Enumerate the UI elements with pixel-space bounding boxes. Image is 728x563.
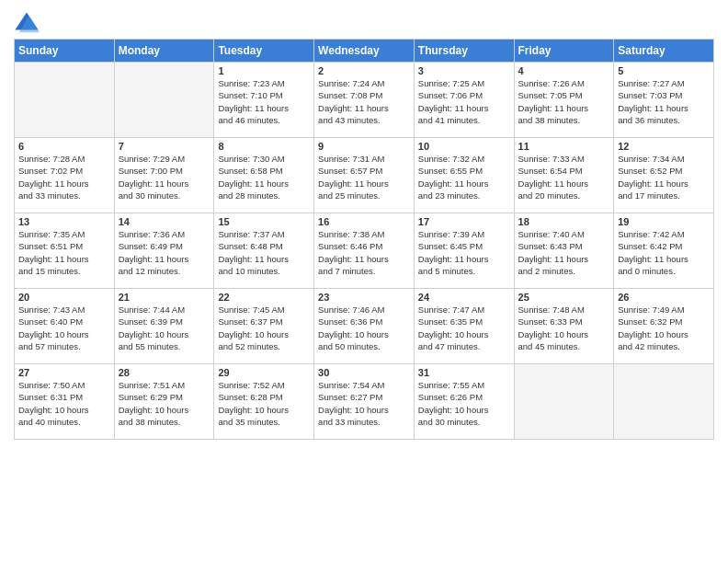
calendar-cell: 17Sunrise: 7:39 AM Sunset: 6:45 PM Dayli… bbox=[414, 213, 514, 289]
calendar-cell: 14Sunrise: 7:36 AM Sunset: 6:49 PM Dayli… bbox=[114, 213, 214, 289]
day-header-friday: Friday bbox=[514, 40, 614, 63]
day-number: 18 bbox=[518, 216, 610, 227]
calendar-cell: 21Sunrise: 7:44 AM Sunset: 6:39 PM Dayli… bbox=[114, 289, 214, 364]
week-row-3: 13Sunrise: 7:35 AM Sunset: 6:51 PM Dayli… bbox=[15, 213, 714, 289]
day-number: 29 bbox=[218, 367, 310, 378]
calendar-cell: 20Sunrise: 7:43 AM Sunset: 6:40 PM Dayli… bbox=[15, 289, 115, 364]
week-row-5: 27Sunrise: 7:50 AM Sunset: 6:31 PM Dayli… bbox=[15, 364, 714, 440]
cell-details: Sunrise: 7:52 AM Sunset: 6:28 PM Dayligh… bbox=[218, 379, 310, 428]
day-number: 21 bbox=[119, 292, 210, 303]
calendar-cell: 24Sunrise: 7:47 AM Sunset: 6:35 PM Dayli… bbox=[414, 289, 514, 364]
cell-details: Sunrise: 7:43 AM Sunset: 6:40 PM Dayligh… bbox=[18, 304, 110, 352]
day-number: 28 bbox=[119, 367, 210, 378]
cell-details: Sunrise: 7:55 AM Sunset: 6:26 PM Dayligh… bbox=[418, 379, 510, 428]
day-number: 11 bbox=[518, 141, 610, 152]
calendar-cell: 16Sunrise: 7:38 AM Sunset: 6:46 PM Dayli… bbox=[314, 213, 415, 289]
cell-details: Sunrise: 7:33 AM Sunset: 6:54 PM Dayligh… bbox=[518, 153, 610, 201]
calendar-cell: 4Sunrise: 7:26 AM Sunset: 7:05 PM Daylig… bbox=[514, 63, 614, 138]
week-row-4: 20Sunrise: 7:43 AM Sunset: 6:40 PM Dayli… bbox=[15, 289, 714, 364]
day-header-sunday: Sunday bbox=[15, 40, 115, 63]
calendar-cell: 23Sunrise: 7:46 AM Sunset: 6:36 PM Dayli… bbox=[314, 289, 415, 364]
day-number: 1 bbox=[218, 65, 310, 76]
calendar-cell: 19Sunrise: 7:42 AM Sunset: 6:42 PM Dayli… bbox=[614, 213, 714, 289]
cell-details: Sunrise: 7:24 AM Sunset: 7:08 PM Dayligh… bbox=[318, 77, 410, 126]
calendar-cell: 30Sunrise: 7:54 AM Sunset: 6:27 PM Dayli… bbox=[314, 364, 415, 440]
header-row bbox=[14, 9, 714, 35]
cell-details: Sunrise: 7:34 AM Sunset: 6:52 PM Dayligh… bbox=[618, 153, 710, 201]
day-number: 25 bbox=[518, 292, 610, 303]
day-number: 26 bbox=[618, 292, 710, 303]
day-header-tuesday: Tuesday bbox=[214, 40, 314, 63]
cell-details: Sunrise: 7:25 AM Sunset: 7:06 PM Dayligh… bbox=[418, 77, 510, 126]
calendar-cell: 3Sunrise: 7:25 AM Sunset: 7:06 PM Daylig… bbox=[414, 63, 514, 138]
calendar-cell bbox=[114, 63, 214, 138]
calendar-cell: 25Sunrise: 7:48 AM Sunset: 6:33 PM Dayli… bbox=[514, 289, 614, 364]
cell-details: Sunrise: 7:28 AM Sunset: 7:02 PM Dayligh… bbox=[18, 153, 110, 201]
cell-details: Sunrise: 7:45 AM Sunset: 6:37 PM Dayligh… bbox=[218, 304, 310, 352]
cell-details: Sunrise: 7:42 AM Sunset: 6:42 PM Dayligh… bbox=[618, 228, 710, 277]
cell-details: Sunrise: 7:35 AM Sunset: 6:51 PM Dayligh… bbox=[18, 228, 110, 277]
cell-details: Sunrise: 7:51 AM Sunset: 6:29 PM Dayligh… bbox=[119, 379, 210, 428]
calendar-cell bbox=[15, 63, 115, 138]
day-number: 22 bbox=[218, 292, 310, 303]
day-number: 16 bbox=[318, 216, 410, 227]
cell-details: Sunrise: 7:40 AM Sunset: 6:43 PM Dayligh… bbox=[518, 228, 610, 277]
calendar-cell: 29Sunrise: 7:52 AM Sunset: 6:28 PM Dayli… bbox=[214, 364, 314, 440]
cell-details: Sunrise: 7:47 AM Sunset: 6:35 PM Dayligh… bbox=[418, 304, 510, 352]
calendar-cell: 26Sunrise: 7:49 AM Sunset: 6:32 PM Dayli… bbox=[614, 289, 714, 364]
day-header-monday: Monday bbox=[114, 40, 214, 63]
day-number: 7 bbox=[119, 141, 210, 152]
week-row-2: 6Sunrise: 7:28 AM Sunset: 7:02 PM Daylig… bbox=[15, 138, 714, 213]
cell-details: Sunrise: 7:48 AM Sunset: 6:33 PM Dayligh… bbox=[518, 304, 610, 352]
cell-details: Sunrise: 7:50 AM Sunset: 6:31 PM Dayligh… bbox=[18, 379, 110, 428]
day-header-saturday: Saturday bbox=[614, 40, 714, 63]
day-number: 30 bbox=[318, 367, 410, 378]
cell-details: Sunrise: 7:30 AM Sunset: 6:58 PM Dayligh… bbox=[218, 153, 310, 201]
logo-icon bbox=[14, 9, 40, 35]
cell-details: Sunrise: 7:26 AM Sunset: 7:05 PM Dayligh… bbox=[518, 77, 610, 126]
day-number: 10 bbox=[418, 141, 510, 152]
cell-details: Sunrise: 7:38 AM Sunset: 6:46 PM Dayligh… bbox=[318, 228, 410, 277]
day-number: 3 bbox=[418, 65, 510, 76]
calendar-cell: 13Sunrise: 7:35 AM Sunset: 6:51 PM Dayli… bbox=[15, 213, 115, 289]
day-header-thursday: Thursday bbox=[414, 40, 514, 63]
day-number: 5 bbox=[618, 65, 710, 76]
cell-details: Sunrise: 7:54 AM Sunset: 6:27 PM Dayligh… bbox=[318, 379, 410, 428]
cell-details: Sunrise: 7:27 AM Sunset: 7:03 PM Dayligh… bbox=[618, 77, 710, 126]
calendar-cell: 31Sunrise: 7:55 AM Sunset: 6:26 PM Dayli… bbox=[414, 364, 514, 440]
day-number: 8 bbox=[218, 141, 310, 152]
day-number: 4 bbox=[518, 65, 610, 76]
calendar-cell: 5Sunrise: 7:27 AM Sunset: 7:03 PM Daylig… bbox=[614, 63, 714, 138]
day-number: 19 bbox=[618, 216, 710, 227]
calendar-cell: 8Sunrise: 7:30 AM Sunset: 6:58 PM Daylig… bbox=[214, 138, 314, 213]
calendar-cell: 2Sunrise: 7:24 AM Sunset: 7:08 PM Daylig… bbox=[314, 63, 415, 138]
day-number: 9 bbox=[318, 141, 410, 152]
cell-details: Sunrise: 7:49 AM Sunset: 6:32 PM Dayligh… bbox=[618, 304, 710, 352]
calendar-cell: 10Sunrise: 7:32 AM Sunset: 6:55 PM Dayli… bbox=[414, 138, 514, 213]
logo bbox=[14, 9, 43, 35]
day-number: 20 bbox=[18, 292, 110, 303]
cell-details: Sunrise: 7:36 AM Sunset: 6:49 PM Dayligh… bbox=[119, 228, 210, 277]
calendar-cell: 1Sunrise: 7:23 AM Sunset: 7:10 PM Daylig… bbox=[214, 63, 314, 138]
day-number: 13 bbox=[18, 216, 110, 227]
cell-details: Sunrise: 7:31 AM Sunset: 6:57 PM Dayligh… bbox=[318, 153, 410, 201]
calendar-cell: 9Sunrise: 7:31 AM Sunset: 6:57 PM Daylig… bbox=[314, 138, 415, 213]
main-container: SundayMondayTuesdayWednesdayThursdayFrid… bbox=[0, 0, 728, 444]
calendar-cell bbox=[514, 364, 614, 440]
cell-details: Sunrise: 7:46 AM Sunset: 6:36 PM Dayligh… bbox=[318, 304, 410, 352]
day-number: 2 bbox=[318, 65, 410, 76]
cell-details: Sunrise: 7:37 AM Sunset: 6:48 PM Dayligh… bbox=[218, 228, 310, 277]
calendar-cell: 27Sunrise: 7:50 AM Sunset: 6:31 PM Dayli… bbox=[15, 364, 115, 440]
cell-details: Sunrise: 7:44 AM Sunset: 6:39 PM Dayligh… bbox=[119, 304, 210, 352]
day-number: 23 bbox=[318, 292, 410, 303]
day-number: 12 bbox=[618, 141, 710, 152]
cell-details: Sunrise: 7:29 AM Sunset: 7:00 PM Dayligh… bbox=[119, 153, 210, 201]
calendar-cell: 11Sunrise: 7:33 AM Sunset: 6:54 PM Dayli… bbox=[514, 138, 614, 213]
day-number: 14 bbox=[119, 216, 210, 227]
day-header-wednesday: Wednesday bbox=[314, 40, 415, 63]
day-number: 31 bbox=[418, 367, 510, 378]
day-number: 6 bbox=[18, 141, 110, 152]
day-number: 27 bbox=[18, 367, 110, 378]
calendar-cell: 15Sunrise: 7:37 AM Sunset: 6:48 PM Dayli… bbox=[214, 213, 314, 289]
day-number: 15 bbox=[218, 216, 310, 227]
